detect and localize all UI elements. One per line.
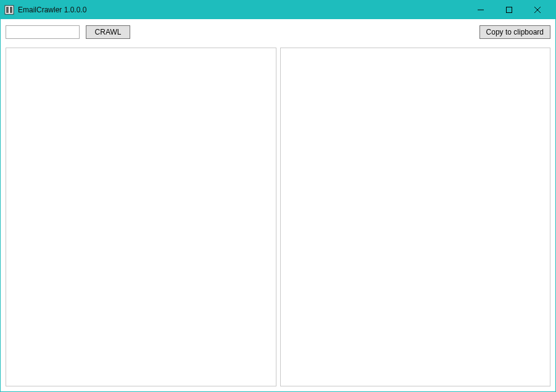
copy-to-clipboard-button[interactable]: Copy to clipboard	[479, 25, 550, 39]
crawl-button[interactable]: CRAWL	[86, 25, 130, 39]
toolbar: CRAWL Copy to clipboard	[1, 19, 555, 45]
window-controls	[467, 1, 552, 19]
right-panel[interactable]	[280, 48, 551, 386]
content-panels	[1, 45, 555, 391]
minimize-button[interactable]	[467, 1, 495, 19]
svg-rect-1	[6, 7, 9, 13]
svg-rect-2	[10, 7, 12, 13]
svg-rect-4	[507, 7, 512, 13]
app-window: EmailCrawler 1.0.0.0 CRAWL	[0, 0, 556, 392]
close-button[interactable]	[523, 1, 552, 19]
left-panel[interactable]	[6, 48, 276, 386]
app-icon	[4, 5, 14, 15]
titlebar[interactable]: EmailCrawler 1.0.0.0	[1, 1, 555, 19]
url-input[interactable]	[6, 25, 80, 39]
window-title: EmailCrawler 1.0.0.0	[18, 6, 86, 14]
maximize-button[interactable]	[495, 1, 523, 19]
